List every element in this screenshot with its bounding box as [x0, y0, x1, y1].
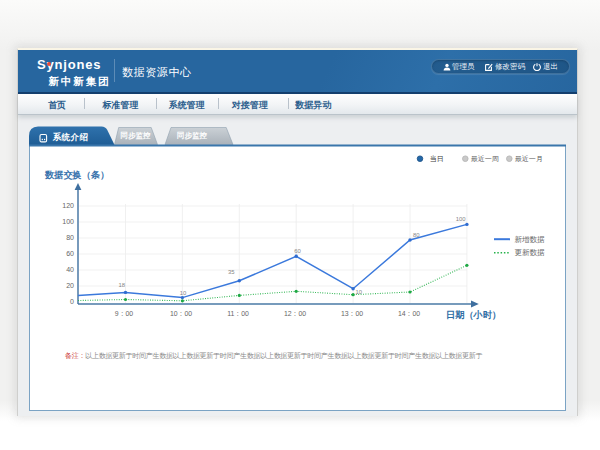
svg-text:最近一周: 最近一周 [471, 155, 499, 162]
svg-text:35: 35 [228, 269, 235, 275]
svg-text:12：00: 12：00 [284, 310, 306, 317]
svg-text:新增数据: 新增数据 [515, 235, 546, 244]
svg-text:20: 20 [66, 282, 74, 289]
svg-text:日期（小时）: 日期（小时） [446, 310, 501, 320]
svg-text:60: 60 [66, 250, 74, 257]
svg-text:13：00: 13：00 [341, 310, 363, 317]
svg-text:100: 100 [456, 216, 467, 222]
svg-text:最近一月: 最近一月 [515, 155, 543, 163]
svg-text:10: 10 [356, 289, 363, 295]
svg-text:数据交换（条）: 数据交换（条） [44, 169, 109, 180]
svg-text:40: 40 [66, 266, 74, 273]
svg-text:同步监控: 同步监控 [121, 131, 152, 140]
svg-text:当日: 当日 [430, 155, 444, 163]
svg-text:120: 120 [62, 202, 74, 209]
svg-text:0: 0 [70, 298, 74, 305]
svg-text:同步监控: 同步监控 [177, 131, 208, 140]
svg-text:10: 10 [180, 290, 187, 296]
svg-text:9：00: 9：00 [115, 310, 134, 317]
svg-text:更新数据: 更新数据 [515, 248, 546, 257]
svg-text:80: 80 [66, 234, 74, 241]
svg-text:80: 80 [413, 232, 420, 238]
svg-text:100: 100 [62, 218, 74, 225]
svg-text:10：00: 10：00 [170, 310, 192, 317]
svg-text:60: 60 [294, 248, 301, 254]
svg-text:系统介绍: 系统介绍 [52, 132, 89, 142]
svg-text:18: 18 [118, 282, 125, 288]
svg-text:14：00: 14：00 [398, 310, 420, 317]
svg-text:11：00: 11：00 [227, 310, 249, 317]
